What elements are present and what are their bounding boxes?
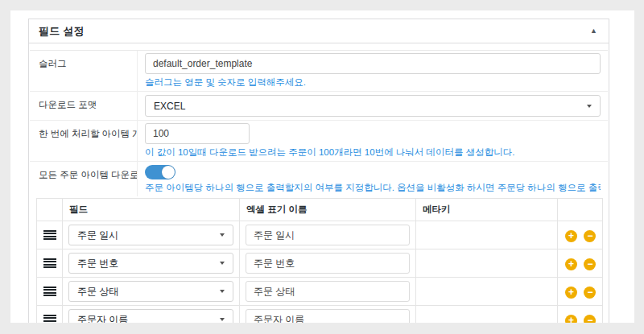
excel-name-input[interactable]	[246, 281, 410, 302]
panel-title: 필드 설정	[39, 24, 85, 39]
add-row-button[interactable]: +	[565, 258, 577, 270]
panel-header[interactable]: 필드 설정 ▲	[29, 19, 609, 43]
panel-body: 슬러그 슬러그는 영문 및 숫자로 입력해주세요. 다운로드 포맷 EXCEL	[29, 43, 609, 323]
table-row: 주문자 이름 + −	[37, 306, 603, 324]
download-format-select[interactable]: EXCEL	[145, 95, 601, 117]
download-format-label: 다운로드 포맷	[30, 92, 138, 120]
chevron-down-icon	[220, 290, 225, 293]
field-select[interactable]: 주문 일시	[68, 225, 233, 245]
drag-handle-icon[interactable]	[43, 287, 56, 297]
chevron-down-icon	[220, 318, 225, 321]
toggle-knob-icon	[162, 166, 175, 179]
meta-key-column-header: 메타키	[416, 199, 558, 221]
all-items-help-text: 주문 아이템당 하나의 행으로 출력할지의 여부를 지정합니다. 옵션을 비활성…	[145, 183, 601, 193]
meta-key-cell	[416, 249, 558, 278]
field-select[interactable]: 주문 번호	[68, 253, 233, 274]
drag-column-header	[37, 199, 63, 221]
all-items-label: 모든 주문 아이템 다운로드	[30, 162, 138, 196]
form-row-download-format: 다운로드 포맷 EXCEL	[30, 92, 608, 121]
chevron-down-icon	[220, 233, 225, 237]
field-select-value: 주문 일시	[77, 229, 118, 242]
field-select-value: 주문 번호	[77, 257, 118, 270]
actions-column-header	[558, 199, 603, 221]
batch-count-help-text: 이 값이 10일때 다운로드 받으려는 주문이 100개라면 10번에 나눠서 …	[145, 147, 601, 158]
slug-help-text: 슬러그는 영문 및 숫자로 입력해주세요.	[145, 77, 601, 88]
add-row-button[interactable]: +	[565, 287, 577, 299]
collapse-icon[interactable]: ▲	[590, 27, 597, 35]
table-header-row: 필드 엑셀 표기 이름 메타키	[37, 199, 603, 221]
add-row-button[interactable]: +	[565, 230, 577, 242]
download-format-value: EXCEL	[154, 101, 185, 112]
remove-row-button[interactable]: −	[584, 230, 596, 242]
field-select-value: 주문자 이름	[77, 313, 128, 324]
settings-form: 슬러그 슬러그는 영문 및 숫자로 입력해주세요. 다운로드 포맷 EXCEL	[30, 50, 608, 196]
slug-input[interactable]	[145, 53, 601, 74]
form-row-all-items: 모든 주문 아이템 다운로드 주문 아이템당 하나의 행으로 출력할지의 여부를…	[30, 162, 608, 196]
drag-handle-icon[interactable]	[43, 315, 56, 324]
field-column-header: 필드	[63, 199, 240, 221]
chevron-down-icon	[220, 262, 225, 265]
excel-name-column-header: 엑셀 표기 이름	[240, 199, 416, 221]
table-row: 주문 일시 + −	[37, 221, 603, 249]
field-mapping-table: 필드 엑셀 표기 이름 메타키 주문 일시	[36, 198, 603, 323]
table-row: 주문 상태 + −	[37, 278, 603, 306]
batch-count-input[interactable]	[145, 123, 250, 144]
chevron-down-icon	[587, 105, 592, 108]
table-row: 주문 번호 + −	[37, 249, 603, 278]
excel-name-input[interactable]	[246, 253, 410, 274]
field-settings-panel: 필드 설정 ▲ 슬러그 슬러그는 영문 및 숫자로 입력해주세요. 다운로드 포…	[28, 19, 609, 323]
form-row-batch-count: 한 번에 처리할 아이템 개수 이 값이 10일때 다운로드 받으려는 주문이 …	[30, 121, 608, 162]
batch-count-label: 한 번에 처리할 아이템 개수	[30, 121, 138, 161]
drag-handle-icon[interactable]	[43, 258, 56, 269]
drag-handle-icon[interactable]	[43, 230, 56, 241]
meta-key-cell	[416, 221, 558, 249]
remove-row-button[interactable]: −	[584, 258, 596, 270]
field-select[interactable]: 주문 상태	[68, 281, 233, 302]
remove-row-button[interactable]: −	[584, 287, 596, 299]
remove-row-button[interactable]: −	[584, 315, 596, 324]
all-items-toggle[interactable]	[145, 165, 175, 179]
add-row-button[interactable]: +	[565, 315, 577, 324]
excel-name-input[interactable]	[246, 309, 410, 323]
slug-label: 슬러그	[30, 51, 138, 91]
content-card: 필드 설정 ▲ 슬러그 슬러그는 영문 및 숫자로 입력해주세요. 다운로드 포…	[10, 10, 634, 323]
field-select-value: 주문 상태	[77, 285, 118, 299]
meta-key-cell	[416, 278, 558, 306]
meta-key-cell	[416, 306, 558, 324]
excel-name-input[interactable]	[246, 225, 410, 245]
field-select[interactable]: 주문자 이름	[68, 309, 233, 323]
form-row-slug: 슬러그 슬러그는 영문 및 숫자로 입력해주세요.	[30, 51, 608, 92]
